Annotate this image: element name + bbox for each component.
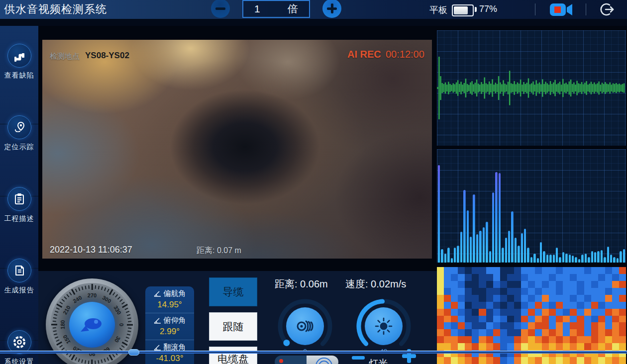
scrollbar-handle[interactable] [128,349,139,356]
topbar-shadow-band [0,19,627,26]
waveform-svg [437,30,626,146]
toggle-off-side [275,356,307,364]
exit-button[interactable] [599,1,615,17]
pitch-label: 俯仰角 [164,316,186,325]
sidebar-item-system-settings[interactable]: 系统设置 [0,330,38,364]
spectrum-bars [437,149,626,263]
cable-knob-center[interactable] [286,307,324,345]
yaw-row: 偏航角 14.95° [145,286,194,313]
brightness-icon [374,316,394,336]
spectrum-chart [437,149,626,263]
battery-icon [452,4,474,16]
zoom-value: 1 [254,3,260,15]
report-icon [7,259,31,282]
cable-guide-button[interactable]: 导缆 [209,277,257,306]
sidebar-item-location-trace[interactable]: 定位示踪 [0,115,38,152]
zoom-unit: 倍 [288,2,298,16]
yaw-value: 14.95° [145,300,194,310]
angle-icon [154,317,161,324]
battery-percent: 77% [479,4,497,14]
video-camera-icon [549,1,574,17]
light-knob-center[interactable] [365,307,403,345]
rov-icon [79,315,105,335]
topbar-divider [586,3,586,15]
inspection-site-label: 检测地点 [50,52,80,61]
pitch-row: 俯仰角 2.99° [145,313,194,340]
angle-icon [154,344,161,351]
cable-reel-toggle[interactable] [275,356,338,364]
sidebar-item-project-description[interactable]: 工程描述 [0,187,38,223]
video-distance-overlay: 距离: 0.07 m [197,246,241,256]
distance-readout: 距离: 0.06m [275,277,328,291]
tablet-label: 平板 [429,4,447,16]
rov-heading-indicator [69,302,115,348]
horizontal-scrollbar[interactable] [0,351,627,354]
battery-nub [475,7,477,12]
pipe-defect-icon [7,44,31,68]
light-label: 灯光 [369,357,388,364]
waveform-chart [437,30,626,146]
battery-fill [454,6,468,14]
speed-readout: 速度: 0.02m/s [345,277,406,291]
video-timestamp: 2022-10-13 11:06:37 [50,245,132,255]
pitch-value: 2.99° [145,327,194,337]
zoom-level-display: 1 倍 [242,0,310,18]
cable-reel-icon [295,318,315,335]
zoom-in-button[interactable] [322,0,341,18]
reel-rings-icon [315,358,332,364]
status-dot [279,359,283,363]
cable-reel-button[interactable]: 电缆盘 [209,347,257,364]
minus-icon [215,3,225,13]
angle-icon [154,290,161,297]
light-minus-button[interactable] [352,356,365,360]
sidebar-item-view-defects[interactable]: 查看缺陷 [0,44,38,80]
ai-rec-badge: AI REC [347,49,381,60]
app-title: 供水音视频检测系统 [4,2,107,17]
sidebar: 查看缺陷 定位示踪 [0,26,38,364]
yaw-label: 偏航角 [164,289,186,298]
inspection-site-value: YS08-YS02 [85,51,129,61]
zoom-out-button[interactable] [211,0,230,18]
cable-knob[interactable] [277,298,333,355]
location-trace-icon [7,115,31,139]
exit-icon [599,1,615,17]
follow-button[interactable]: 跟随 [209,312,257,341]
topbar: 供水音视频检测系统 1 倍 平板 77% [0,0,627,19]
plus-icon [327,3,337,13]
toggle-on-side [307,356,338,364]
rec-timer: 00:12:00 [386,49,424,60]
record-camera-button[interactable] [549,1,574,17]
video-feed: 检测地点 YS08-YS02 AI REC 00:12:00 2022-10-1… [42,40,432,259]
sidebar-item-generate-report[interactable]: 生成报告 [0,259,38,295]
spectrogram-chart [437,267,626,364]
topbar-divider [535,3,535,15]
roll-value: -41.03° [145,354,194,364]
app-screen: 供水音视频检测系统 1 倍 平板 77% [0,0,627,364]
clipboard-icon [7,187,31,211]
light-knob[interactable] [355,298,412,355]
